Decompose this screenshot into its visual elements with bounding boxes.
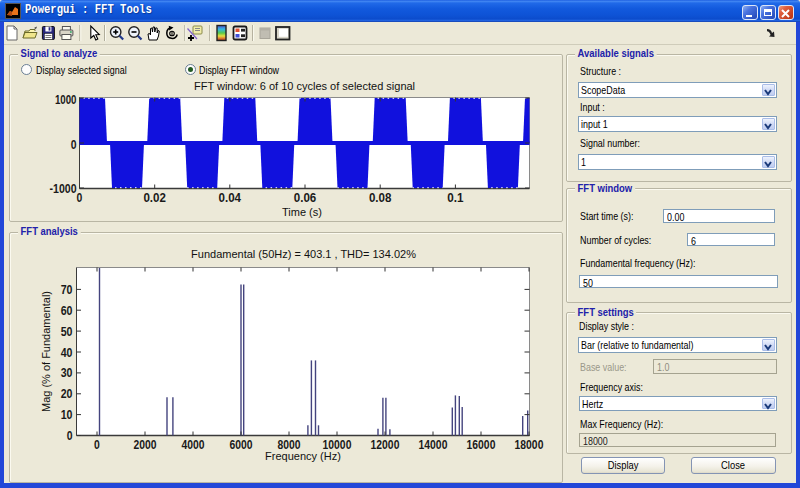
svg-text:0: 0 [71,137,77,152]
svg-text:0.02: 0.02 [143,190,166,205]
svg-text:40: 40 [61,345,73,360]
svg-text:0.08: 0.08 [369,190,392,205]
svg-text:Mag (% of Fundamental): Mag (% of Fundamental) [40,291,52,412]
svg-text:0: 0 [67,428,73,443]
svg-text:10: 10 [61,407,73,422]
svg-text:Frequency (Hz): Frequency (Hz) [265,450,341,462]
svg-text:30: 30 [61,365,73,380]
svg-text:20: 20 [61,386,73,401]
svg-text:0: 0 [94,437,100,452]
svg-text:1000: 1000 [55,92,77,107]
svg-text:14000: 14000 [419,437,448,452]
svg-text:12000: 12000 [371,437,400,452]
svg-text:0: 0 [77,190,83,205]
svg-text:16000: 16000 [467,437,496,452]
svg-text:4000: 4000 [182,437,205,452]
svg-text:70: 70 [61,282,73,297]
svg-text:2000: 2000 [134,437,157,452]
svg-text:18000: 18000 [515,437,544,452]
svg-text:0.04: 0.04 [219,190,242,205]
svg-text:0.06: 0.06 [294,190,317,205]
svg-text:Time (s): Time (s) [282,206,322,218]
svg-text:50: 50 [61,324,73,339]
svg-text:60: 60 [61,303,73,318]
svg-text:-1000: -1000 [50,181,77,196]
svg-text:6000: 6000 [230,437,253,452]
svg-text:0.1: 0.1 [447,190,463,205]
